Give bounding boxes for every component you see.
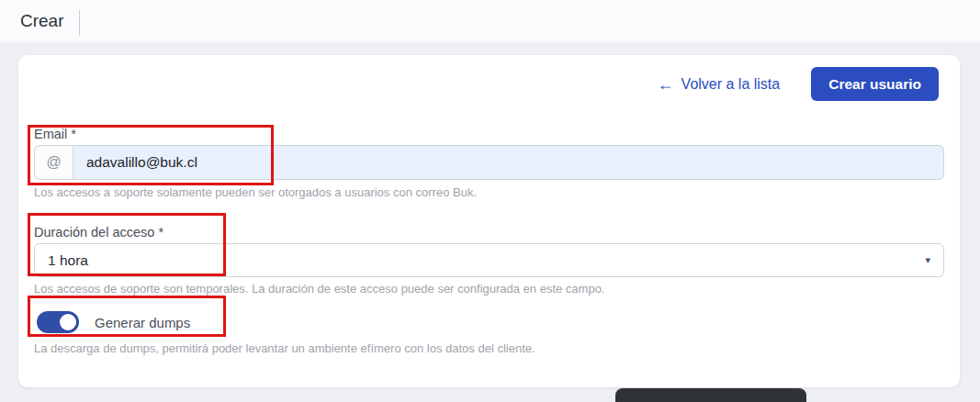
chevron-down-icon: ▾: [925, 254, 930, 266]
toggle-knob: [60, 314, 76, 330]
email-label: Email *: [34, 127, 76, 141]
dumps-helper-text: La descarga de dumps, permitirá poder le…: [34, 341, 535, 355]
duration-helper-text: Los accesos de soporte son temporales. L…: [34, 282, 605, 296]
card-toolbar: ← Volver a la lista Crear usuario: [658, 67, 939, 101]
create-user-button[interactable]: Crear usuario: [811, 67, 939, 101]
back-to-list-link[interactable]: ← Volver a la lista: [658, 76, 781, 93]
page-title: Crear: [20, 11, 64, 31]
header-strip: [0, 0, 980, 42]
back-arrow-icon: ←: [658, 76, 674, 93]
back-link-label: Volver a la lista: [681, 76, 781, 93]
dumps-toggle-row: Generar dumps: [37, 311, 190, 333]
at-sign-icon: @: [34, 145, 73, 180]
email-helper-text: Los accesos a soporte solamente pueden s…: [34, 185, 477, 199]
email-input-group: @: [34, 145, 944, 180]
duration-selected-value: 1 hora: [48, 252, 925, 269]
title-divider: [79, 10, 80, 36]
generar-dumps-toggle[interactable]: [37, 311, 79, 333]
dumps-toggle-label: Generar dumps: [95, 315, 190, 330]
duration-label: Duración del acceso *: [34, 225, 163, 240]
bottom-dark-panel: [615, 388, 806, 402]
create-user-card: ← Volver a la lista Crear usuario Email …: [18, 55, 960, 387]
email-input[interactable]: [73, 145, 944, 180]
duration-select[interactable]: 1 hora ▾: [34, 243, 944, 277]
